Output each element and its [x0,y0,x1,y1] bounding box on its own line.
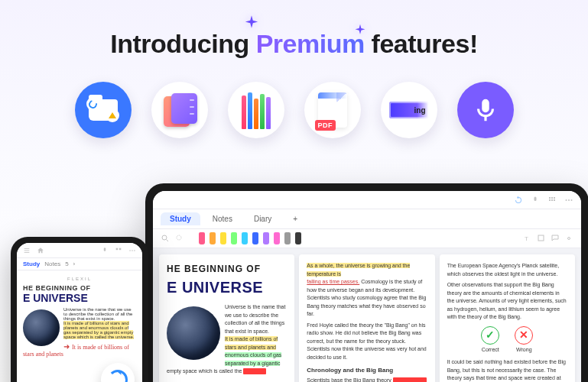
svg-text:T: T [525,235,528,242]
more-icon[interactable] [564,196,573,205]
doc-text: It could be said nothing had existed bef… [447,358,567,382]
doc-text: Cosmology is the study of how the univer… [307,279,426,316]
svg-point-2 [571,199,573,201]
pens-icon[interactable] [228,82,284,138]
highlighter[interactable] [295,232,301,244]
grid-icon[interactable] [115,247,122,254]
svg-rect-6 [538,235,544,241]
mic-icon[interactable] [531,196,540,205]
phone-tabs: Study Notes 5 › [17,258,142,270]
cloud-folder-icon[interactable] [75,82,132,138]
doc-title: E UNIVERSE [167,276,287,299]
headline-pre: Introducing [110,29,255,58]
tablet-screen: Study Notes Diary + T [153,191,581,382]
chat-icon[interactable] [551,234,560,243]
svg-point-7 [568,238,570,240]
headline-highlight: Premium [256,29,365,58]
pens-shape [242,91,271,129]
sync-mini-icon [86,97,100,111]
pdf-badge: PDF [315,120,336,131]
mic-svg [471,96,500,125]
svg-point-1 [568,199,570,201]
sparkle-icon [352,23,369,43]
doc-page-mid[interactable]: As a whole, the universe is growing and … [299,254,434,382]
search-icon[interactable] [161,234,170,243]
redact-icon[interactable]: ing [381,82,437,138]
highlighter[interactable] [220,232,226,244]
tab-count: 5 [65,261,68,267]
correct-label: Correct [482,346,499,354]
tablet-doc-area: HE BEGINNING OF E UNIVERSE Universe is t… [153,248,581,382]
highlighter[interactable] [210,232,216,244]
tab-study[interactable]: Study [23,261,40,267]
wrong-icon[interactable]: ✕ [515,326,533,345]
highlighter[interactable] [199,232,205,244]
wrong-label: Wrong [516,346,532,354]
doc-page-left[interactable]: HE BEGINNING OF E UNIVERSE Universe is t… [159,254,294,382]
highlighter[interactable] [274,232,280,244]
lasso-icon[interactable] [174,234,184,243]
tab-diary[interactable]: Diary [245,212,281,225]
folder-shape [89,99,118,121]
grid-icon[interactable] [547,196,557,205]
svg-point-3 [162,235,167,240]
highlighter[interactable] [242,232,248,244]
doc-text: empty space which is called the [167,368,243,374]
tab-add[interactable]: + [284,212,307,225]
redact-box [243,368,266,374]
tab-notes[interactable]: Notes [44,261,60,267]
redact-text: ing [414,106,426,115]
doc-page-right[interactable]: The European Space Agency's Planck satel… [440,254,575,382]
handwritten-note: ➜It is made of billions of stars and pla… [167,379,287,383]
doc-shape: PDF [318,92,347,128]
doc-text: Fred Hoyle called the theory the "Big Ba… [307,322,426,360]
settings-icon[interactable] [564,234,573,243]
brand: FLEXIL [23,277,136,281]
mic-icon[interactable] [101,247,109,254]
doc-text: The European Space Agency's Planck satel… [447,262,567,278]
books-shape [164,93,196,127]
doc-text: Other observations that support the Big … [447,281,567,322]
gdrive-icon [106,108,119,122]
menu-icon[interactable] [23,247,31,254]
sync-icon[interactable] [514,196,523,205]
notebooks-icon[interactable] [151,82,208,138]
svg-point-10 [129,250,131,251]
highlighter[interactable] [284,232,291,244]
shapes-icon[interactable] [537,234,546,243]
planet-image [23,309,60,346]
text-icon[interactable]: T [523,234,532,243]
tab-notes[interactable]: Notes [203,212,242,225]
doc-title: E UNIVERSE [23,292,136,304]
svg-point-11 [132,250,133,251]
pdf-doc-icon[interactable]: PDF [304,82,361,138]
doc-highlight: It is made of billions of stars and plan… [63,321,134,339]
more-icon[interactable] [128,247,136,254]
svg-point-0 [566,199,567,201]
home-icon[interactable] [37,247,44,254]
redact-box [393,377,427,382]
headline-post: features! [365,29,478,58]
doc-highlight: enormous clouds of gas separated by a gi… [225,352,281,366]
svg-point-4 [177,235,181,240]
correct-icon[interactable]: ✓ [481,326,499,345]
svg-rect-9 [119,248,122,250]
page-title: Introducing Premium features! [0,29,588,59]
phone-mockup: Study Notes 5 › FLEXIL HE BEGINNING OF E… [11,237,148,382]
doc-text: Scientists base the Big Bang theory [307,377,392,382]
mic-icon[interactable] [457,82,514,138]
tablet-topbar [153,191,581,209]
highlighter[interactable] [252,232,258,244]
doc-kicker: HE BEGINNING OF [167,262,287,276]
feature-icon-row: PDF ing [0,82,588,138]
tab-study[interactable]: Study [161,212,200,225]
sparkle-icon [241,14,262,38]
highlighter[interactable] [263,232,269,244]
chevron-right-icon[interactable]: › [73,261,76,267]
doc-highlight: As a whole, the universe is growing and … [307,263,410,277]
tablet-mockup: Study Notes Diary + T [145,183,588,382]
doc-highlight: It is made of billions of stars and plan… [225,336,278,350]
doc-underline: falling as time passes. [307,279,359,284]
svg-point-12 [134,250,135,251]
highlighter[interactable] [231,232,237,244]
